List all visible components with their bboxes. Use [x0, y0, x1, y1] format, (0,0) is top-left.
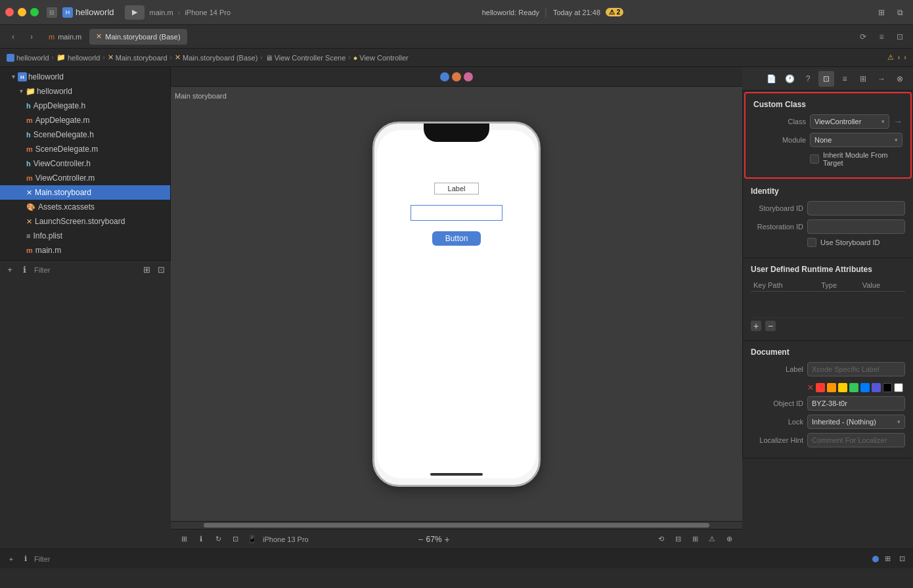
- sidebar-item-scenedelegate-h[interactable]: h SceneDelegate.h: [0, 127, 170, 142]
- add-file-button[interactable]: +: [4, 264, 16, 276]
- breadcrumb-vc[interactable]: ● View Controller: [353, 54, 409, 62]
- filter-button[interactable]: ⊡: [155, 264, 167, 276]
- sidebar-item-viewcontroller-h[interactable]: h ViewController.h: [0, 156, 170, 171]
- swatch-white[interactable]: [894, 383, 903, 392]
- inspector-list-icon[interactable]: ≡: [874, 29, 889, 45]
- sidebar-item-project-root[interactable]: ▼ H helloworld: [0, 70, 170, 84]
- class-navigate-icon[interactable]: →: [893, 116, 902, 127]
- class-dropdown[interactable]: ViewController ▾: [810, 114, 889, 129]
- canvas-main[interactable]: Main storyboard → Label Button: [171, 87, 742, 521]
- code-review-icon[interactable]: ⊞: [874, 5, 889, 20]
- sidebar-toggle[interactable]: ⊟: [47, 7, 57, 18]
- sidebar-item-appdelegate-m[interactable]: m AppDelegate.m: [0, 113, 170, 127]
- bindings-inspector-icon[interactable]: ⊗: [892, 71, 908, 87]
- breadcrumb-nav-next[interactable]: ›: [904, 53, 906, 62]
- sim-textfield[interactable]: [411, 205, 502, 221]
- breadcrumb-nav-prev[interactable]: ‹: [898, 53, 901, 62]
- sidebar-item-assets[interactable]: 🎨 Assets.xcassets: [0, 200, 170, 214]
- inherit-checkbox[interactable]: [810, 154, 819, 164]
- sidebar-item-viewcontroller-m[interactable]: m ViewController.m: [0, 171, 170, 185]
- sort-button[interactable]: ⊞: [141, 264, 152, 276]
- identity-inspector-icon[interactable]: ⊡: [818, 71, 834, 87]
- refresh-canvas-icon[interactable]: ↻: [212, 533, 225, 546]
- tab-main-m[interactable]: m main.m: [42, 29, 88, 45]
- phone-screen[interactable]: Label Button: [377, 130, 536, 478]
- swatch-orange[interactable]: [827, 383, 836, 392]
- sidebar-item-main-m[interactable]: m main.m: [0, 243, 170, 258]
- storyboard-pink-btn[interactable]: [464, 72, 473, 81]
- sidebar-item-helloworld-folder[interactable]: ▼ 📁 helloworld: [0, 84, 170, 99]
- attributes-inspector-icon[interactable]: ≡: [837, 71, 853, 87]
- swatch-purple[interactable]: [872, 383, 881, 392]
- navigate-back-button[interactable]: ‹: [5, 29, 21, 45]
- sidebar-item-info-plist[interactable]: ≡ Info.plist: [0, 229, 170, 243]
- canvas-bottom-toolbar: ⊞ ℹ ↻ ⊡ 📱 iPhone 13 Pro − 67% + ⟲ ⊟ ⊞ ⚠ …: [171, 529, 742, 549]
- info-bottom-button[interactable]: ℹ: [20, 553, 32, 565]
- sidebar-item-launchscreen[interactable]: ✕ LaunchScreen.storyboard: [0, 214, 170, 229]
- device-size-icon[interactable]: 📱: [246, 533, 259, 546]
- storyboard-blue-btn[interactable]: [440, 72, 449, 81]
- storyboard-id-input[interactable]: [807, 201, 905, 215]
- issue-icon[interactable]: ⚠: [705, 533, 719, 546]
- inspector-bottom-icon[interactable]: ⊡: [896, 553, 908, 565]
- breadcrumb-project[interactable]: helloworld: [7, 54, 49, 62]
- history-inspector-icon[interactable]: 🕐: [782, 71, 797, 87]
- sidebar-item-scenedelegate-m[interactable]: m SceneDelegate.m: [0, 142, 170, 156]
- localizer-input[interactable]: Comment For Localizer: [807, 433, 905, 447]
- breadcrumb-storyboard[interactable]: ✕ Main.storyboard: [108, 53, 167, 62]
- run-button[interactable]: ▶: [125, 5, 145, 20]
- swatch-blue[interactable]: [860, 383, 870, 392]
- swatch-yellow[interactable]: [838, 383, 847, 392]
- constraints-icon[interactable]: ⊞: [688, 533, 701, 546]
- fullscreen-button[interactable]: [30, 8, 39, 16]
- swatch-green[interactable]: [849, 383, 858, 392]
- autolayout-icon[interactable]: ⟲: [654, 533, 667, 546]
- file-inspector-icon[interactable]: 📄: [763, 71, 779, 87]
- doc-label-input[interactable]: Xcode Specific Label: [807, 362, 905, 376]
- tab-main-storyboard[interactable]: ✕ Main.storyboard (Base): [89, 29, 187, 45]
- use-storyboard-checkbox[interactable]: [807, 238, 816, 247]
- split-view-icon[interactable]: ⧉: [892, 5, 908, 20]
- inspector-panel: Custom Class Class ViewController ▾ → Mo…: [742, 91, 913, 459]
- storyboard-orange-btn[interactable]: [452, 72, 461, 81]
- grid-view-icon[interactable]: ⊞: [177, 533, 190, 546]
- align-icon[interactable]: ⊟: [671, 533, 684, 546]
- inspector-panel-icon[interactable]: ⊡: [892, 29, 908, 45]
- breadcrumb-storyboard-base[interactable]: ✕ Main.storyboard (Base): [175, 53, 257, 62]
- device-orientation-icon[interactable]: ⊡: [229, 533, 242, 546]
- help-inspector-icon[interactable]: ?: [800, 71, 816, 87]
- connections-inspector-icon[interactable]: →: [874, 71, 889, 87]
- bottom-bar-left: + ℹ Filter: [5, 553, 50, 565]
- sim-button[interactable]: Button: [432, 231, 481, 246]
- add-object-icon[interactable]: ⊕: [723, 533, 736, 546]
- size-inspector-icon[interactable]: ⊞: [855, 71, 871, 87]
- scheme-selector[interactable]: main.m › iPhone 14 Pro: [150, 9, 231, 16]
- code-icon[interactable]: ℹ: [194, 533, 208, 546]
- sidebar-item-main-storyboard[interactable]: ✕ Main.storyboard: [0, 185, 170, 200]
- swatch-red[interactable]: [816, 383, 825, 392]
- udra-add-button[interactable]: +: [751, 321, 761, 331]
- zoom-percent: 67%: [426, 535, 442, 544]
- restoration-id-input[interactable]: [807, 219, 905, 234]
- add-bottom-button[interactable]: +: [5, 553, 17, 565]
- close-button[interactable]: [5, 8, 14, 16]
- minimize-button[interactable]: [18, 8, 26, 16]
- navigate-forward-button[interactable]: ›: [24, 29, 39, 45]
- warning-badge[interactable]: ⚠ 2: [606, 8, 623, 16]
- bc-sep-5: ›: [348, 54, 350, 61]
- module-dropdown[interactable]: None ▾: [810, 133, 902, 147]
- udra-remove-button[interactable]: −: [765, 321, 776, 331]
- color-remove-icon[interactable]: ✕: [807, 383, 814, 392]
- breadcrumb-vc-scene[interactable]: 🖥 View Controller Scene: [265, 54, 346, 62]
- canvas-scrollbar[interactable]: [171, 521, 742, 529]
- right-panel-icon[interactable]: ⊞: [881, 553, 893, 565]
- canvas-scrollbar-thumb[interactable]: [204, 523, 709, 528]
- breadcrumb-folder[interactable]: 📁 helloworld: [56, 53, 100, 62]
- swatch-black[interactable]: [883, 383, 892, 392]
- zoom-in-button[interactable]: +: [445, 534, 450, 545]
- lock-dropdown[interactable]: Inherited - (Nothing) ▾: [807, 415, 905, 429]
- sidebar-item-appdelegate-h[interactable]: h AppDelegate.h: [0, 99, 170, 113]
- zoom-out-button[interactable]: −: [418, 534, 423, 545]
- refresh-icon[interactable]: ⟳: [855, 29, 871, 45]
- file-info-button[interactable]: ℹ: [18, 264, 30, 276]
